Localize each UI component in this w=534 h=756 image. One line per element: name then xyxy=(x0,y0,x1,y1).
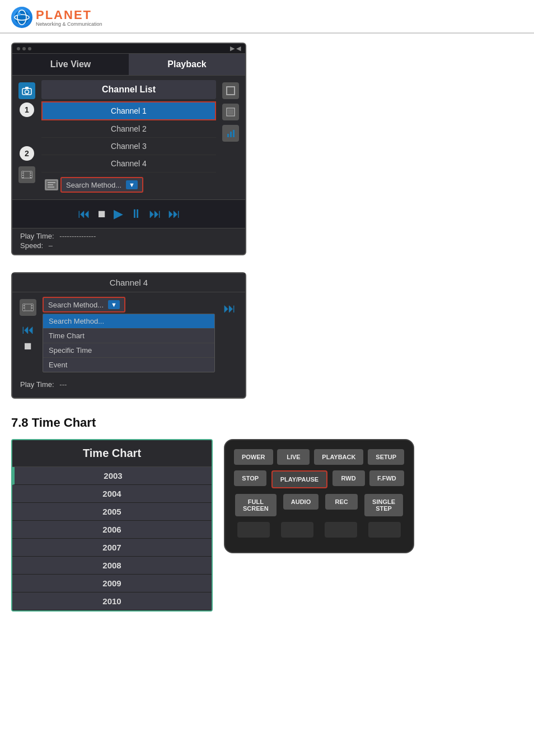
audio-button[interactable]: AUDIO xyxy=(283,494,318,510)
single-view-icon-btn[interactable] xyxy=(222,104,239,120)
remote-playpause-col: PLAY/PAUSE xyxy=(271,470,327,488)
dvr2-search-method-label: Search Method... xyxy=(48,301,104,309)
channel-item-1[interactable]: Channel 1 xyxy=(41,101,216,120)
svg-rect-32 xyxy=(31,307,32,309)
dvr-body: 1 2 xyxy=(12,76,245,199)
dvr2-skipend-btn[interactable]: ⏭ xyxy=(223,301,236,315)
svg-point-3 xyxy=(17,12,21,16)
ffwd-button[interactable]: F.FWD xyxy=(369,470,404,486)
svg-rect-31 xyxy=(31,305,32,306)
remote-live-col: LIVE xyxy=(277,449,310,465)
svg-rect-19 xyxy=(48,186,54,188)
dvr2-stop-btn[interactable]: ⏹ xyxy=(23,340,33,352)
play-btn[interactable]: ▶ xyxy=(114,207,123,221)
circle-num-1: 1 xyxy=(20,102,34,117)
topbar-dots xyxy=(17,47,31,50)
speed-value: – xyxy=(49,241,53,250)
dvr2-right-icon: ⏭ xyxy=(219,297,240,316)
remote-blank-2[interactable] xyxy=(281,522,313,538)
dot-2 xyxy=(22,47,26,50)
channel-item-4[interactable]: Channel 4 xyxy=(41,155,216,172)
live-button[interactable]: LIVE xyxy=(277,449,310,465)
channel-item-2[interactable]: Channel 2 xyxy=(41,120,216,138)
tab-playback[interactable]: Playback xyxy=(129,54,245,75)
dvr-channel-center: Channel List Channel 1 Channel 2 Channel… xyxy=(41,80,216,195)
svg-point-5 xyxy=(25,90,29,94)
svg-rect-11 xyxy=(22,175,24,176)
svg-rect-25 xyxy=(233,130,235,137)
dot-1 xyxy=(17,47,20,50)
fullscreen-button[interactable]: FULL SCREEN xyxy=(235,494,277,516)
tab-live-view[interactable]: Live View xyxy=(12,54,129,75)
rwd-button[interactable]: RWD xyxy=(332,470,365,486)
dvr2-rewind-btn[interactable]: ⏮ xyxy=(22,323,34,337)
svg-point-0 xyxy=(15,10,29,25)
remote-blank-3[interactable] xyxy=(325,522,357,538)
svg-rect-14 xyxy=(30,175,31,176)
dot-3 xyxy=(28,47,31,50)
year-2003[interactable]: 2003 xyxy=(12,467,212,485)
dvr2-search-method-button[interactable]: Search Method... ▼ xyxy=(43,297,125,312)
svg-rect-6 xyxy=(25,87,29,89)
play-pause-button[interactable]: PLAY/PAUSE xyxy=(271,470,327,488)
dvr2-channel-header: Channel 4 xyxy=(12,273,245,292)
single-step-button[interactable]: SINGLE STEP xyxy=(364,494,403,516)
stop-btn[interactable]: ⏹ xyxy=(97,208,107,220)
dvr2-filmstrip-icon[interactable] xyxy=(20,299,36,316)
svg-rect-13 xyxy=(30,172,31,174)
dropdown-item-time-chart[interactable]: Time Chart xyxy=(43,328,214,343)
rewind-btn[interactable]: ⏮ xyxy=(78,207,90,221)
year-2006[interactable]: 2006 xyxy=(12,521,212,539)
year-2010[interactable]: 2010 xyxy=(12,592,212,610)
year-2004[interactable]: 2004 xyxy=(12,485,212,503)
stop-button[interactable]: STOP xyxy=(234,470,266,486)
bar-chart-icon-btn[interactable] xyxy=(222,125,239,142)
setup-button[interactable]: SETUP xyxy=(368,449,404,465)
dropdown-indicator[interactable]: ▼ xyxy=(126,180,138,189)
svg-rect-24 xyxy=(230,132,232,137)
svg-rect-17 xyxy=(48,182,55,183)
playback-button[interactable]: PLAYBACK xyxy=(314,449,363,465)
svg-rect-23 xyxy=(227,134,229,137)
remote-blank-4[interactable] xyxy=(368,522,401,538)
square-icon-btn[interactable] xyxy=(222,82,239,99)
search-method-row: Search Method... ▼ xyxy=(41,175,216,195)
dropdown-item-specific-time[interactable]: Specific Time xyxy=(43,343,214,357)
transport-bar: ⏮ ⏹ ▶ ⏸ ⏭ ⏭ xyxy=(12,199,245,228)
svg-rect-22 xyxy=(228,109,233,115)
channel-item-3[interactable]: Channel 3 xyxy=(41,138,216,155)
section3-heading: 7.8 Time Chart xyxy=(11,416,523,439)
logo-icon xyxy=(11,7,32,28)
remote-blank-1[interactable] xyxy=(237,522,270,538)
dropdown-item-search-method[interactable]: Search Method... xyxy=(43,314,214,328)
dvr2-dropdown-indicator[interactable]: ▼ xyxy=(108,300,120,309)
fast-fwd-btn[interactable]: ⏭ xyxy=(149,207,161,221)
rec-button[interactable]: REC xyxy=(325,494,358,510)
svg-rect-30 xyxy=(24,307,25,309)
dvr-panel-2: Channel 4 ⏮ ⏹ xyxy=(11,272,246,399)
bottom-panels: Time Chart 2003 2004 2005 2006 2007 2008… xyxy=(11,439,523,612)
remote-audio-col: AUDIO xyxy=(283,494,318,516)
remote-row-4 xyxy=(232,522,406,538)
year-2005[interactable]: 2005 xyxy=(12,503,212,521)
speed-label: Speed: xyxy=(20,241,43,250)
remote-power-col: POWER xyxy=(234,449,273,465)
dvr2-play-time-value: --- xyxy=(59,380,67,389)
dvr2-playinfo: Play Time: --- xyxy=(12,377,245,392)
remote-row-3: FULL SCREEN AUDIO REC SINGLE STEP xyxy=(232,494,406,516)
filmstrip-icon-btn[interactable] xyxy=(18,166,35,183)
year-2007[interactable]: 2007 xyxy=(12,539,212,557)
search-method-button[interactable]: Search Method... ▼ xyxy=(60,177,143,193)
year-2008[interactable]: 2008 xyxy=(12,557,212,575)
dvr2-left-icons: ⏮ ⏹ xyxy=(18,297,38,352)
power-button[interactable]: POWER xyxy=(234,449,273,465)
pause-btn[interactable]: ⏸ xyxy=(130,207,142,221)
dropdown-item-event[interactable]: Event xyxy=(43,357,214,372)
main-content: ▶ ◀ Live View Playback 1 2 xyxy=(0,34,534,620)
year-2009[interactable]: 2009 xyxy=(12,575,212,592)
remote-ffwd-col: F.FWD xyxy=(369,470,404,488)
svg-rect-15 xyxy=(30,177,31,178)
camera-icon-btn[interactable] xyxy=(18,82,35,99)
dvr-topbar: ▶ ◀ xyxy=(12,44,245,54)
skip-end-btn[interactable]: ⏭ xyxy=(168,207,180,221)
